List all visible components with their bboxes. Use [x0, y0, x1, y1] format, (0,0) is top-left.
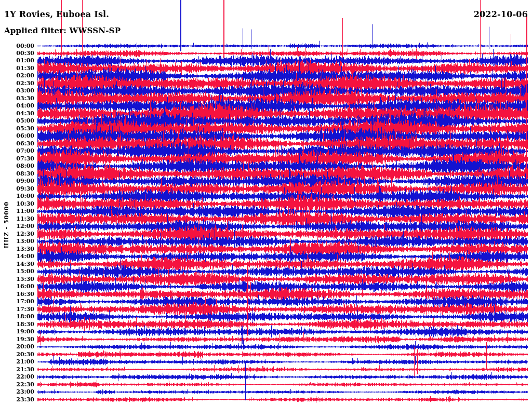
time-label-1000: 10:00	[16, 193, 34, 199]
time-label-1730: 17:30	[16, 306, 34, 313]
time-label-0200: 02:00	[16, 73, 34, 79]
time-label-0930: 09:30	[16, 186, 34, 192]
time-label-1430: 14:30	[16, 261, 34, 267]
time-label-1230: 12:30	[16, 231, 34, 237]
time-label-2130: 21:30	[16, 367, 34, 373]
time-label-0000: 00:00	[16, 43, 34, 49]
time-label-2330: 23:30	[16, 397, 34, 403]
time-label-1030: 10:30	[16, 201, 34, 207]
time-label-2300: 23:00	[16, 389, 34, 395]
time-label-0430: 04:30	[16, 111, 34, 117]
helicorder-trace-canvas	[0, 0, 532, 405]
time-label-1800: 18:00	[16, 314, 34, 320]
time-label-2000: 20:00	[16, 344, 34, 350]
time-label-0730: 07:30	[16, 156, 34, 162]
time-label-0030: 00:30	[16, 50, 34, 57]
time-label-0800: 08:00	[16, 163, 34, 169]
time-label-0630: 06:30	[16, 141, 34, 147]
time-label-1400: 14:00	[16, 253, 34, 260]
time-label-1930: 19:30	[16, 336, 34, 343]
time-label-0500: 05:00	[16, 118, 34, 124]
time-label-2230: 22:30	[16, 382, 34, 388]
time-label-2100: 21:00	[16, 359, 34, 365]
time-label-1630: 16:30	[16, 291, 34, 298]
time-label-0300: 03:00	[16, 88, 34, 94]
time-label-0600: 06:00	[16, 133, 34, 139]
time-label-0700: 07:00	[16, 148, 34, 154]
time-label-1100: 11:00	[16, 208, 34, 214]
time-label-1700: 17:00	[16, 299, 34, 305]
time-label-1300: 13:00	[16, 238, 34, 245]
helicorder-page: 1Y Rovies, Euboea Isl. 2022-10-06 Applie…	[0, 0, 532, 405]
time-label-0400: 04:00	[16, 103, 34, 109]
time-label-1600: 16:00	[16, 284, 34, 290]
date-label: 2022-10-06	[474, 9, 528, 19]
time-label-2200: 22:00	[16, 374, 34, 380]
time-label-0830: 08:30	[16, 171, 34, 177]
time-label-1130: 11:30	[16, 216, 34, 222]
time-label-1200: 12:00	[16, 223, 34, 230]
time-label-1830: 18:30	[16, 321, 34, 328]
time-label-1530: 15:30	[16, 276, 34, 282]
time-label-0330: 03:30	[16, 96, 34, 102]
time-label-1330: 13:30	[16, 246, 34, 252]
time-label-1500: 15:00	[16, 268, 34, 275]
time-label-0130: 01:30	[16, 65, 34, 72]
time-label-0530: 05:30	[16, 126, 34, 132]
time-label-0900: 09:00	[16, 178, 34, 184]
time-label-2030: 20:30	[16, 352, 34, 358]
time-label-0230: 02:30	[16, 80, 34, 87]
time-label-1900: 19:00	[16, 329, 34, 335]
y-axis-channel-label: HHZ - 50000	[3, 201, 10, 248]
time-label-0100: 01:00	[16, 58, 34, 64]
